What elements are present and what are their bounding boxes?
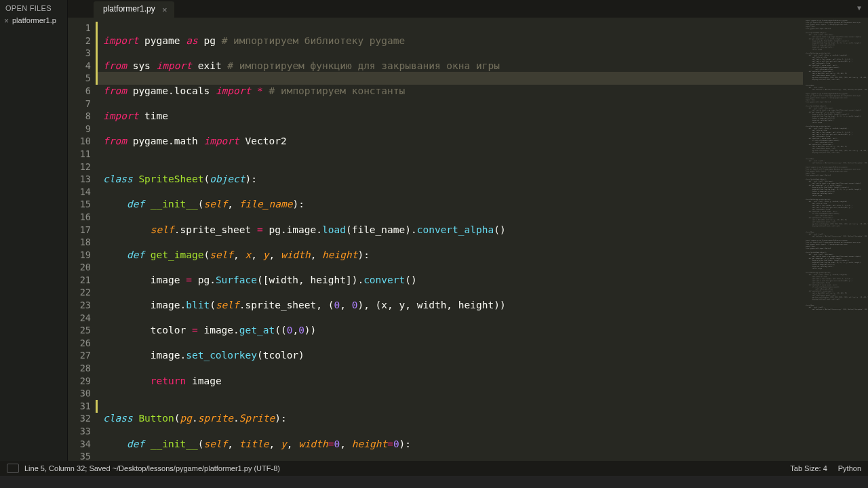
status-bar: Line 5, Column 32; Saved ~/Desktop/lesso… — [0, 461, 868, 476]
status-tab-size[interactable]: Tab Size: 4 — [790, 464, 827, 472]
modified-indicator — [96, 22, 98, 85]
editor-area[interactable]: 1234567891011121314151617181920212223242… — [68, 18, 803, 461]
open-files-sidebar: OPEN FILES platformer1.p — [0, 0, 68, 461]
modified-indicator — [96, 400, 98, 413]
file-tab-active[interactable]: platformer1.py × — [94, 1, 174, 18]
minimap[interactable]: import pygame as pg # импортируем библио… — [803, 18, 868, 461]
status-syntax[interactable]: Python — [838, 464, 861, 472]
tab-close-icon[interactable]: × — [162, 5, 167, 15]
tab-bar: platformer1.py × ▼ — [68, 0, 868, 18]
code-content[interactable]: import pygame as pg # импортируем библио… — [98, 18, 803, 461]
open-files-header: OPEN FILES — [0, 1, 67, 14]
minimap-content: import pygame as pg # импортируем библио… — [806, 20, 865, 312]
line-number-gutter: 1234567891011121314151617181920212223242… — [68, 18, 98, 461]
tab-menu-icon[interactable]: ▼ — [857, 4, 861, 12]
dock-strip — [0, 476, 868, 488]
status-position[interactable]: Line 5, Column 32; Saved ~/Desktop/lesso… — [24, 464, 280, 472]
panel-switcher-icon[interactable] — [7, 464, 19, 473]
current-line-highlight — [68, 72, 803, 85]
open-file-item[interactable]: platformer1.p — [0, 14, 67, 27]
tab-title: platformer1.py — [103, 4, 155, 14]
